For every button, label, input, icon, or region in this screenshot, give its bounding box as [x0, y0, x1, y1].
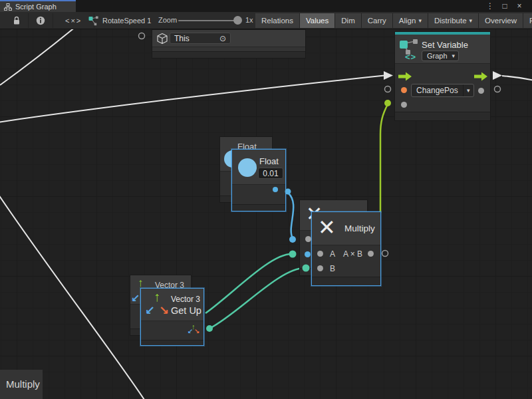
wire-end-blue[interactable] — [289, 236, 296, 243]
vector3-get-up-node[interactable]: ↑ ↙ ↘ Vector 3 Get Up ↑ ↙ ↘ — [140, 288, 204, 346]
port-a[interactable] — [317, 251, 323, 257]
menu-icon[interactable]: ⋮ — [483, 1, 497, 11]
arrow-sw-icon: ↙ — [145, 305, 155, 317]
values-button[interactable]: Values — [300, 13, 335, 28]
fullscreen-button[interactable]: Full Screen — [523, 13, 532, 28]
variable-code-glyph: <> — [405, 52, 416, 62]
script-graph-icon — [4, 3, 12, 11]
port-b-label: B — [330, 264, 335, 273]
flow-arrowhead-right — [493, 71, 502, 80]
node-title: Multiply — [344, 223, 375, 233]
dim-button[interactable]: Dim — [335, 13, 361, 28]
window-controls: ⋮ □ × — [483, 0, 527, 12]
graph-icon — [88, 16, 98, 26]
float-icon — [238, 158, 257, 177]
flow-output-arrow[interactable] — [474, 72, 488, 81]
multiply-node[interactable]: ✕ Multiply A A × B B — [311, 211, 381, 286]
tooltip-label: Multiply — [6, 378, 40, 390]
arrow-se-icon: ↘ — [159, 305, 169, 317]
tab-title: Script Graph — [15, 3, 57, 11]
operation-label: Get Up — [171, 305, 201, 316]
overview-button[interactable]: Overview — [479, 13, 523, 28]
variable-port-orange[interactable] — [401, 87, 407, 93]
target-picker-icon[interactable]: ⊙ — [219, 34, 226, 43]
value-wire-teal-lower[interactable] — [209, 268, 305, 329]
this-object-field[interactable]: This ⊙ — [170, 33, 231, 44]
float-value-field[interactable]: 0.01 — [258, 168, 283, 179]
lock-icon — [13, 16, 21, 25]
this-field-value: This — [174, 34, 219, 43]
this-node-footer — [152, 51, 305, 58]
toolbar-left-group: <×> — [5, 13, 94, 28]
unconnected-port[interactable] — [382, 251, 388, 257]
chevron-down-icon: ▾ — [418, 17, 422, 24]
toolbar-right-group: Relations Values Dim Carry Align▾ Distri… — [255, 13, 532, 28]
zoom-label: Zoom — [158, 16, 177, 24]
set-variable-icon: <> — [399, 39, 419, 61]
variable-name-dropdown[interactable]: ChangePos ▾ — [411, 84, 474, 97]
relations-button[interactable]: Relations — [255, 13, 300, 28]
flow-wire-top-left[interactable] — [0, 29, 76, 85]
unconnected-port[interactable] — [495, 86, 501, 92]
graph-name: RotateSpeed 1 — [102, 17, 151, 25]
close-icon[interactable]: × — [512, 1, 527, 11]
output-port[interactable] — [368, 251, 374, 257]
variable-scope-dropdown[interactable]: Graph ▾ — [422, 51, 459, 61]
set-variable-footer — [395, 112, 490, 120]
carry-button[interactable]: Carry — [362, 13, 393, 28]
flow-wire-out-of-set-variable[interactable] — [502, 76, 532, 80]
vector3-footer — [141, 340, 203, 345]
unity-visual-scripting-window: Script Graph ⋮ □ × <×> — [0, 0, 532, 399]
graph-toolbar: <×> RotateSpeed 1 Zoom 1x Relations Valu… — [0, 12, 532, 29]
multiply-footer — [312, 277, 380, 285]
float-footer — [232, 204, 285, 211]
set-variable-node[interactable]: <> Set Variable Graph ▾ ChangePos ▾ — [394, 31, 491, 121]
input-port-gray[interactable] — [305, 236, 311, 242]
maximize-icon[interactable]: □ — [497, 1, 512, 11]
flow-wire-diagonal[interactable] — [0, 193, 146, 399]
flow-input-arrow[interactable] — [398, 72, 412, 81]
value-wire-lime[interactable] — [380, 104, 388, 213]
value-wire-blue[interactable] — [288, 193, 293, 238]
chevron-down-icon: ▾ — [452, 53, 459, 59]
graph-canvas[interactable]: This ⊙ <> Set Variable Gr — [0, 29, 532, 399]
wire-end-teal[interactable] — [206, 325, 213, 332]
multiply-icon: ✕ — [318, 217, 336, 238]
cube-icon — [156, 33, 168, 45]
unconnected-port[interactable] — [139, 33, 145, 39]
multiply-tooltip: Multiply — [0, 370, 43, 399]
flow-wire-into-set-variable[interactable] — [0, 76, 384, 123]
output-port-gray[interactable] — [478, 88, 484, 94]
wire-end-lime[interactable] — [384, 100, 391, 106]
float-node[interactable]: Float 0.01 — [231, 149, 286, 211]
node-title: Set Variable — [422, 40, 468, 50]
tab-script-graph[interactable]: Script Graph — [0, 0, 76, 12]
input-port-blue[interactable] — [305, 251, 311, 257]
set-variable-accent-bar — [395, 32, 490, 35]
chevron-down-icon: ▾ — [469, 17, 473, 24]
port-a-label: A — [330, 249, 335, 259]
distribute-dropdown[interactable]: Distribute▾ — [428, 13, 479, 28]
this-node[interactable]: This ⊙ — [152, 29, 306, 59]
zoom-slider-track[interactable] — [178, 20, 235, 21]
port-b[interactable] — [317, 265, 323, 271]
graph-breadcrumb[interactable]: RotateSpeed 1 — [88, 13, 151, 28]
arrow-sw-icon: ↙ — [131, 293, 140, 304]
align-dropdown[interactable]: Align▾ — [393, 13, 428, 28]
zoom-value: 1x — [245, 16, 253, 24]
zoom-slider-handle[interactable] — [233, 16, 242, 25]
info-icon — [36, 16, 45, 25]
value-port-gray[interactable] — [401, 102, 407, 108]
float-output-port[interactable] — [273, 187, 278, 192]
unconnected-port[interactable] — [385, 86, 391, 92]
chevron-down-icon: ▾ — [463, 84, 473, 96]
node-title: Vector 3 — [171, 295, 200, 304]
info-button[interactable] — [29, 13, 53, 28]
arrow-up-icon: ↑ — [154, 290, 160, 303]
wire-end-teal[interactable] — [289, 251, 297, 258]
vector3-output-icon[interactable]: ↑ ↙ ↘ — [188, 323, 201, 336]
node-title: Float — [259, 156, 279, 166]
flow-arrowhead-left — [384, 71, 393, 80]
lock-button[interactable] — [5, 13, 29, 28]
value-wire-teal-upper[interactable] — [205, 254, 291, 313]
